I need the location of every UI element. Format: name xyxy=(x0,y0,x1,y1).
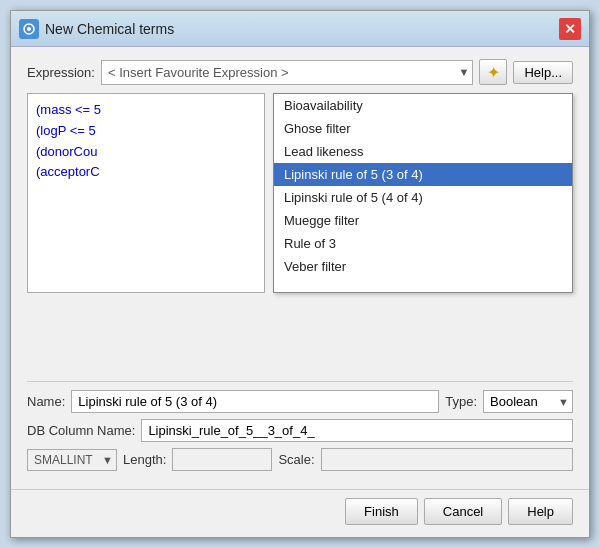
title-bar: New Chemical terms ✕ xyxy=(11,11,589,47)
name-type-row: Name: Type: Boolean Integer Float String… xyxy=(27,390,573,413)
dropdown-item-lipinski4[interactable]: Lipinski rule of 5 (4 of 4) xyxy=(274,186,572,209)
dropdown-item-lipinski3[interactable]: Lipinski rule of 5 (3 of 4) xyxy=(274,163,572,186)
length-label: Length: xyxy=(123,452,166,467)
dialog-icon xyxy=(19,19,39,39)
new-chemical-terms-dialog: New Chemical terms ✕ Expression: < Inser… xyxy=(10,10,590,538)
expression-select-wrapper: < Insert Favourite Expression > ▼ xyxy=(101,60,474,85)
preview-line-3: (donorCou xyxy=(36,142,256,163)
db-column-row: DB Column Name: xyxy=(27,419,573,442)
type-select[interactable]: Boolean Integer Float String xyxy=(483,390,573,413)
footer: Finish Cancel Help xyxy=(11,489,589,537)
finish-button[interactable]: Finish xyxy=(345,498,418,525)
svg-point-1 xyxy=(27,27,31,31)
expression-label: Expression: xyxy=(27,65,95,80)
preview-line-2: (logP <= 5 xyxy=(36,121,256,142)
preview-line-4: (acceptorC xyxy=(36,162,256,183)
scale-input[interactable] xyxy=(321,448,573,471)
datatype-row: SMALLINT INT BIGINT VARCHAR FLOAT ▼ Leng… xyxy=(27,448,573,471)
expression-row: Expression: < Insert Favourite Expressio… xyxy=(27,59,573,85)
dialog-content: Expression: < Insert Favourite Expressio… xyxy=(11,47,589,489)
datatype-select[interactable]: SMALLINT INT BIGINT VARCHAR FLOAT xyxy=(27,449,117,471)
dropdown-item-lead[interactable]: Lead likeness xyxy=(274,140,572,163)
dropdown-item-rule3[interactable]: Rule of 3 xyxy=(274,232,572,255)
bottom-fields: Name: Type: Boolean Integer Float String… xyxy=(27,381,573,477)
dialog-title: New Chemical terms xyxy=(45,21,174,37)
expression-preview: (mass <= 5 (logP <= 5 (donorCou (accepto… xyxy=(27,93,265,293)
db-column-label: DB Column Name: xyxy=(27,423,135,438)
name-input[interactable] xyxy=(71,390,439,413)
title-bar-left: New Chemical terms xyxy=(19,19,174,39)
dropdown-item-muegge[interactable]: Muegge filter xyxy=(274,209,572,232)
dropdown-panel: Bioavailability Ghose filter Lead likene… xyxy=(273,93,573,293)
close-button[interactable]: ✕ xyxy=(559,18,581,40)
favourite-button[interactable]: ✦ xyxy=(479,59,507,85)
scale-label: Scale: xyxy=(278,452,314,467)
dropdown-item-bioavailability[interactable]: Bioavailability xyxy=(274,94,572,117)
expression-select[interactable]: < Insert Favourite Expression > xyxy=(101,60,474,85)
dropdown-item-ghose[interactable]: Ghose filter xyxy=(274,117,572,140)
type-label: Type: xyxy=(445,394,477,409)
name-label: Name: xyxy=(27,394,65,409)
help-button-footer[interactable]: Help xyxy=(508,498,573,525)
preview-line-1: (mass <= 5 xyxy=(36,100,256,121)
dropdown-item-veber[interactable]: Veber filter xyxy=(274,255,572,278)
db-column-input[interactable] xyxy=(141,419,573,442)
main-area: (mass <= 5 (logP <= 5 (donorCou (accepto… xyxy=(27,93,573,373)
help-button-expression[interactable]: Help... xyxy=(513,61,573,84)
length-input[interactable] xyxy=(172,448,272,471)
dropdown-scroll[interactable]: Bioavailability Ghose filter Lead likene… xyxy=(274,94,572,278)
datatype-select-wrapper: SMALLINT INT BIGINT VARCHAR FLOAT ▼ xyxy=(27,449,117,471)
type-select-wrapper: Boolean Integer Float String ▼ xyxy=(483,390,573,413)
cancel-button[interactable]: Cancel xyxy=(424,498,502,525)
